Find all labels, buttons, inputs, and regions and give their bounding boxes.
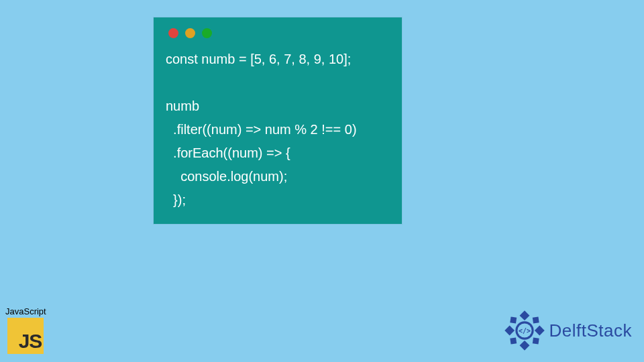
- code-window: const numb = [5, 6, 7, 8, 9, 10]; numb .…: [154, 17, 402, 224]
- svg-marker-6: [510, 338, 517, 345]
- svg-text:</>: </>: [519, 327, 531, 335]
- minimize-icon: [185, 28, 195, 38]
- svg-marker-3: [534, 326, 544, 336]
- maximize-icon: [202, 28, 212, 38]
- javascript-label: JavaScript: [5, 306, 46, 316]
- window-controls: [166, 28, 390, 38]
- brand-logo-icon: </>: [504, 310, 545, 351]
- svg-marker-7: [532, 338, 539, 345]
- brand: </> DelftStack: [504, 310, 633, 351]
- javascript-logo-text: JS: [19, 330, 42, 353]
- javascript-logo-icon: JS: [7, 318, 44, 354]
- close-icon: [168, 28, 178, 38]
- svg-marker-0: [519, 310, 529, 320]
- brand-name: DelftStack: [549, 320, 633, 341]
- javascript-badge: JavaScript JS: [5, 306, 46, 354]
- svg-marker-2: [504, 326, 515, 336]
- svg-marker-4: [510, 317, 517, 324]
- svg-marker-1: [519, 341, 529, 351]
- code-block: const numb = [5, 6, 7, 8, 9, 10]; numb .…: [166, 48, 390, 212]
- svg-marker-5: [532, 317, 539, 324]
